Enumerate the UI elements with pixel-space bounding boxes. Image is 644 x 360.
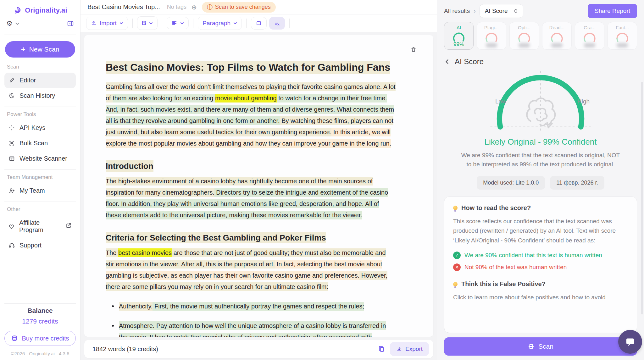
- score-card-value: [551, 43, 563, 47]
- bold-button[interactable]: B: [137, 16, 158, 30]
- sidebar-item-api-keys[interactable]: API Keys: [4, 120, 76, 136]
- share-report-button[interactable]: Share Report: [588, 4, 637, 18]
- score-gauge-arc: [483, 31, 500, 43]
- paragraph-style-button[interactable]: Paragraph: [198, 17, 242, 30]
- sidebar-item-my-team[interactable]: My Team: [4, 183, 76, 198]
- sidebar-nav: ScanEditorScan HistoryPower ToolsAPI Key…: [4, 59, 76, 253]
- brain-watermark-inner: [535, 108, 547, 121]
- doc-block-p[interactable]: Gambling fans all over the world don’t l…: [106, 81, 396, 149]
- toolbar-divider: [162, 19, 162, 28]
- download-icon: [396, 346, 402, 352]
- ai-score-gauge: Low High: [487, 69, 594, 135]
- doc-text-segment: Criteria for Selecting the Best Gambling…: [106, 232, 326, 243]
- divider: [4, 35, 76, 35]
- score-type-value: AI Score: [485, 8, 508, 14]
- score-card-readability[interactable]: Read...: [542, 22, 572, 50]
- chat-widget-button[interactable]: [618, 330, 642, 354]
- doc-block-h2[interactable]: Introduction: [106, 160, 396, 172]
- results-panel: All results › AI Score Share Report AI99…: [437, 0, 644, 360]
- lightbulb-icon: [453, 282, 458, 286]
- brand[interactable]: Originality.ai: [4, 4, 76, 19]
- sidebar-section-label: Power Tools: [7, 111, 73, 118]
- sidebar-item-bulk-scan[interactable]: Bulk Scan: [4, 136, 76, 151]
- sidebar-item-label: Editor: [19, 77, 36, 84]
- score-card-value: [584, 43, 595, 47]
- add-tag-icon[interactable]: ⊕: [192, 3, 197, 11]
- collapse-sidebar-icon[interactable]: [67, 20, 74, 27]
- sidebar-item-affiliate-program[interactable]: Affiliate Program: [4, 215, 76, 238]
- doc-block-p[interactable]: The high-stakes environment of a casino …: [106, 175, 396, 221]
- scan-to-save-badge[interactable]: ⓘ Scan to save changes: [202, 2, 276, 13]
- chevron-down-icon[interactable]: [15, 22, 19, 25]
- score-type-select[interactable]: AI Score: [480, 4, 523, 18]
- doc-text-segment: movie about gambling: [215, 94, 277, 102]
- doc-block-li[interactable]: Authenticity. First, the movie must auth…: [112, 301, 396, 312]
- sidebar-item-label: Affiliate Program: [19, 219, 58, 234]
- doc-text-segment: Best Casino Movies: Top Films to Watch f…: [106, 61, 390, 74]
- balance-title: Balance: [4, 307, 76, 314]
- no-tags-label: No tags: [167, 4, 186, 10]
- doc-block-h1[interactable]: Best Casino Movies: Top Films to Watch f…: [106, 58, 396, 77]
- doc-block-li[interactable]: Atmosphere. Pay attention to how well th…: [112, 320, 396, 337]
- gear-icon[interactable]: ⚙: [6, 20, 13, 27]
- chevron-right-icon: ›: [474, 8, 475, 14]
- doc-text-segment: them are also looking for an exciting: [113, 94, 215, 102]
- divider: [4, 202, 76, 202]
- model-used-badge: Model used: Lite 1.0.0: [477, 176, 545, 190]
- doc-text-segment: First, the movie must authentically port…: [153, 302, 364, 311]
- scan-button[interactable]: Scan: [444, 337, 637, 356]
- score-card-label: Gra...: [584, 25, 596, 30]
- verdict-note: We are 99% confident that the text scann…: [459, 151, 622, 169]
- align-button[interactable]: [167, 17, 189, 29]
- sidebar-item-editor[interactable]: Editor: [4, 73, 76, 88]
- doc-block-p[interactable]: The best casino movies are those that ar…: [106, 247, 396, 292]
- new-scan-button[interactable]: + New Scan: [5, 41, 75, 58]
- scrollbar[interactable]: [641, 82, 643, 314]
- check-circle-icon: ✓: [453, 252, 461, 259]
- false-positive-title[interactable]: Think this is False Positive?: [461, 280, 546, 288]
- score-card-ai[interactable]: AI99%: [444, 22, 474, 50]
- caret-down-icon: [149, 22, 153, 25]
- caret-down-icon: [233, 22, 237, 25]
- align-left-icon: [171, 20, 177, 26]
- score-card-plagiarism[interactable]: Plagi...: [477, 22, 506, 50]
- score-card-optimization[interactable]: Opti...: [509, 22, 539, 50]
- document-title-field[interactable]: Best Casino Movies Top...: [87, 3, 160, 11]
- sidebar-item-label: My Team: [19, 187, 45, 194]
- external-link-icon: [65, 222, 72, 229]
- gauge-low-label: Low: [495, 98, 506, 105]
- sidebar-item-label: Scan History: [19, 92, 55, 99]
- x-circle-icon: ✕: [453, 263, 461, 271]
- divider: [4, 169, 76, 170]
- trash-icon[interactable]: [410, 46, 417, 54]
- pencil-icon: [8, 77, 15, 84]
- sidebar-item-website-scanner[interactable]: Website Scanner: [4, 151, 76, 166]
- document-content[interactable]: Best Casino Movies: Top Films to Watch f…: [106, 58, 396, 337]
- score-card-grammar[interactable]: Gra...: [575, 22, 604, 50]
- editor-column: Best Casino Movies Top... No tags ⊕ ⓘ Sc…: [80, 0, 437, 360]
- buy-more-credits-button[interactable]: Buy more credits: [4, 331, 76, 346]
- doc-text-segment: Atmosphere. Pay attention to how well th…: [119, 321, 386, 337]
- editor-header: Best Casino Movies Top... No tags ⊕ ⓘ Sc…: [80, 0, 437, 32]
- false-positive-body[interactable]: Click to learn more about false positive…: [453, 293, 628, 302]
- negative-reading: Not 90% of the text was human written: [464, 264, 567, 271]
- copy-icon[interactable]: [378, 346, 385, 352]
- clear-formatting-button[interactable]: [269, 17, 285, 30]
- credits-coins-icon: [11, 335, 18, 342]
- upload-icon: [91, 20, 97, 26]
- editor-footer-bar: 1842 words (19 credits) Export: [84, 340, 433, 358]
- how-to-read-card: How to read the score? This score reflec…: [444, 197, 637, 333]
- sidebar-item-support[interactable]: Support: [4, 238, 76, 253]
- brand-name: Originality.ai: [25, 6, 67, 14]
- breadcrumb-all-results[interactable]: All results: [444, 8, 470, 14]
- frame-button[interactable]: [251, 17, 267, 30]
- doc-block-h2[interactable]: Criteria for Selecting the Best Gambling…: [106, 231, 396, 244]
- paragraph-label: Paragraph: [203, 20, 230, 27]
- score-card-facts[interactable]: Fact...: [608, 22, 637, 50]
- sidebar-item-scan-history[interactable]: Scan History: [4, 88, 76, 103]
- import-button[interactable]: Import: [86, 17, 128, 30]
- export-button[interactable]: Export: [390, 342, 429, 356]
- back-chevron-icon[interactable]: [444, 58, 450, 65]
- score-gauge-arc: [614, 31, 630, 43]
- score-card-label: Read...: [549, 25, 564, 30]
